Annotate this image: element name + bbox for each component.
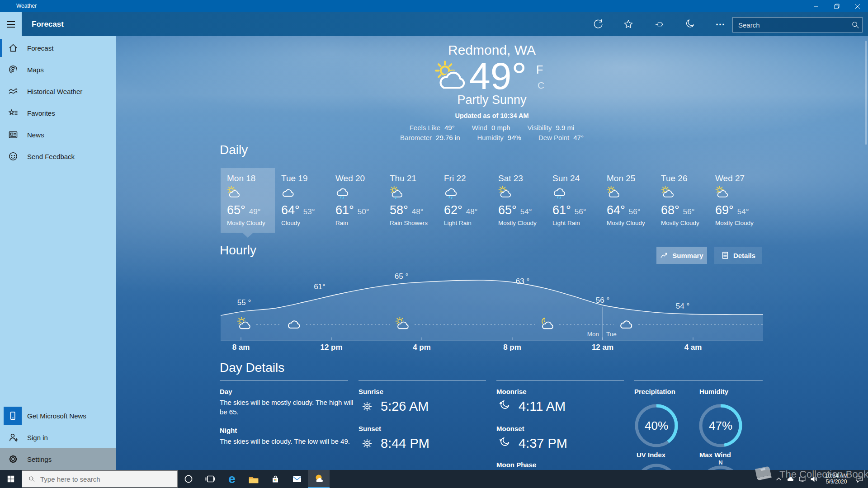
taskbar-app-store[interactable]: [264, 470, 286, 488]
daily-card-sun-24[interactable]: Sun 2461°56°Light Rain: [546, 168, 600, 233]
taskbar-app-explorer[interactable]: [243, 470, 264, 488]
night-narrative-label: Night: [220, 427, 237, 434]
daily-card-mon-25[interactable]: Mon 2564°56°Mostly Cloudy: [600, 168, 655, 233]
daily-card-fri-22[interactable]: Fri 2262°48°Light Rain: [438, 168, 492, 233]
more-options-button[interactable]: …: [711, 12, 731, 37]
taskbar-search-box[interactable]: [22, 470, 178, 488]
scrollbar[interactable]: [865, 41, 867, 145]
sidebar-item-news[interactable]: News: [0, 124, 116, 145]
partly-sunny-icon: [660, 185, 675, 201]
daily-card-wed-20[interactable]: Wed 2061°50°Rain: [329, 168, 383, 233]
hourly-details-button[interactable]: Details: [714, 247, 762, 264]
taskbar-app-cortana[interactable]: [178, 470, 199, 488]
taskbar-search-input[interactable]: [39, 475, 177, 483]
daily-low-temp: 49°: [249, 207, 261, 216]
divider: [359, 380, 486, 381]
hourly-time-label: 8 am: [232, 343, 250, 352]
taskbar-app-mail[interactable]: [286, 470, 308, 488]
navigation-pane: ForecastMapsHistorical WeatherFavoritesN…: [0, 36, 116, 470]
humidity-label: Humidity: [699, 388, 728, 395]
night-mode-button[interactable]: [680, 14, 700, 34]
add-favorite-button[interactable]: [618, 14, 638, 34]
taskbar-app-taskview[interactable]: [199, 470, 221, 488]
network-icon[interactable]: [796, 470, 808, 488]
volume-icon[interactable]: [808, 470, 820, 488]
hourly-summary-button[interactable]: Summary: [656, 247, 707, 264]
divider: [496, 380, 624, 381]
favorites-icon: [8, 108, 19, 118]
minimize-button[interactable]: [806, 0, 826, 12]
daily-card-wed-27[interactable]: Wed 2769°54°Mostly Cloudy: [709, 168, 763, 233]
humidity-value: 47%: [699, 404, 742, 447]
daily-card-thu-21[interactable]: Thu 2158°48°Rain Showers: [383, 168, 438, 233]
current-condition-text: Partly Sunny: [116, 93, 868, 107]
sidebar-item-settings[interactable]: Settings: [0, 448, 116, 470]
daily-card-tue-26[interactable]: Tue 2668°56°Mostly Cloudy: [655, 168, 709, 233]
search-input[interactable]: [733, 21, 849, 29]
hamburger-menu-button[interactable]: [0, 12, 22, 36]
unit-celsius-toggle[interactable]: C: [538, 80, 544, 91]
maximize-button[interactable]: [826, 0, 847, 12]
partly-sunny-icon: [714, 185, 730, 201]
taskbar-clock[interactable]: 10:34 AM5/9/2020: [822, 473, 850, 485]
hourly-section-title: Hourly: [220, 243, 256, 258]
sidebar-item-label: Send Feedback: [27, 153, 75, 160]
precipitation-label: Precipitation: [634, 388, 675, 395]
daily-card-temps: 64°56°: [607, 203, 641, 217]
onedrive-cloud-icon[interactable]: [784, 470, 796, 488]
hourly-time-label: 4 am: [684, 343, 702, 352]
sidebar-item-get-microsoft-news[interactable]: Get Microsoft News: [0, 405, 116, 427]
tray-date: 5/9/2020: [822, 479, 850, 485]
daily-card-temps: 68°56°: [661, 203, 695, 217]
windows-taskbar: e10:34 AM5/9/2020: [0, 470, 868, 488]
daily-card-sat-23[interactable]: Sat 2365°54°Mostly Cloudy: [492, 168, 546, 233]
daily-card-mon-18[interactable]: Mon 1865°49°Mostly Cloudy: [221, 168, 275, 233]
sunset-icon: [359, 436, 375, 451]
daily-low-temp: 56°: [629, 207, 641, 216]
daily-card-temps: 65°54°: [498, 203, 532, 217]
taskbar-app-weather[interactable]: [308, 470, 330, 488]
sidebar-item-forecast[interactable]: Forecast: [0, 37, 116, 59]
sidebar-item-maps[interactable]: Maps: [0, 59, 116, 80]
daily-low-temp: 48°: [466, 207, 478, 216]
sidebar-item-send-feedback[interactable]: Send Feedback: [0, 145, 116, 167]
chevron-up-icon[interactable]: [773, 470, 784, 488]
stat-label: Barometer: [400, 134, 432, 141]
daily-card-temps: 61°56°: [552, 203, 586, 217]
sidebar-item-historical-weather[interactable]: Historical Weather: [0, 80, 116, 102]
daily-card-day: Sat 23: [498, 174, 523, 183]
daily-card-tue-19[interactable]: Tue 1964°53°Cloudy: [275, 168, 329, 233]
daily-low-temp: 56°: [575, 207, 586, 216]
refresh-button[interactable]: [588, 14, 608, 34]
taskbar-app-edge[interactable]: e: [221, 470, 243, 488]
daily-high-temp: 65°: [227, 203, 245, 217]
hourly-time-label: 12 pm: [320, 343, 342, 352]
daily-card-temps: 62°48°: [444, 203, 478, 217]
page-title: Forecast: [32, 12, 64, 36]
weather-stat: Humidity94%: [477, 134, 521, 141]
stat-label: Visibility: [528, 124, 552, 131]
titlebar: Weather: [0, 0, 868, 12]
day-details-section-title: Day Details: [220, 361, 284, 375]
daily-card-condition: Rain Showers: [390, 220, 428, 226]
stat-value: 0 mph: [491, 124, 510, 131]
daily-low-temp: 54°: [520, 207, 532, 216]
sidebar-item-favorites[interactable]: Favorites: [0, 102, 116, 124]
sidebar-item-label: Historical Weather: [27, 88, 82, 95]
close-button[interactable]: [847, 0, 868, 12]
feedback-bubble-icon[interactable]: [853, 470, 865, 488]
start-button[interactable]: [0, 470, 22, 488]
day-narrative-text: The skies will be mostly cloudy. The hig…: [220, 398, 356, 417]
partly-sunny-icon: [236, 316, 252, 333]
current-temperature: 49°: [469, 54, 527, 98]
sidebar-item-sign-in[interactable]: Sign in: [0, 427, 116, 448]
pin-to-start-button[interactable]: [649, 14, 669, 34]
sunset-label: Sunset: [359, 425, 381, 432]
unit-fahrenheit-toggle[interactable]: F: [536, 63, 543, 76]
search-box[interactable]: [732, 17, 863, 33]
system-tray: 10:34 AM5/9/2020: [773, 470, 868, 488]
daily-low-temp: 54°: [737, 207, 749, 216]
day-boundary-right-label: Tue: [606, 331, 617, 338]
show-desktop-button[interactable]: [865, 470, 868, 488]
cloudy-icon: [618, 316, 634, 333]
